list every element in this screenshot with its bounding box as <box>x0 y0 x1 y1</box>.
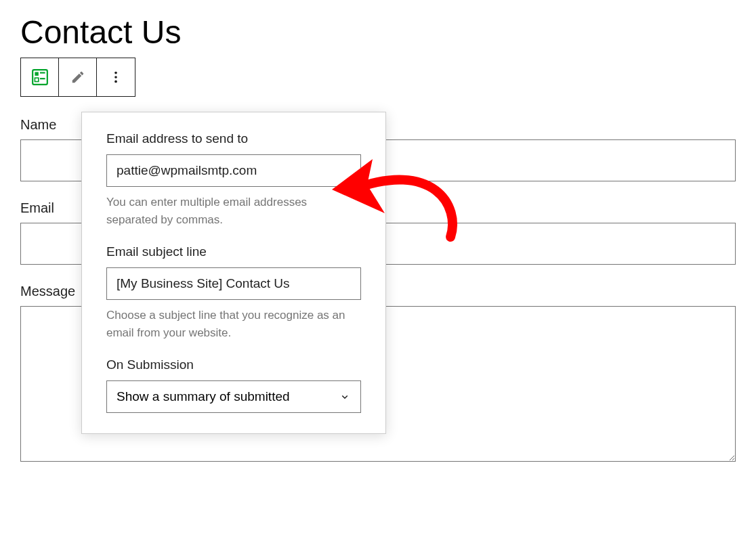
svg-rect-3 <box>35 78 38 81</box>
form-block-button[interactable] <box>21 58 59 96</box>
email-to-help: You can enter multiple email addresses s… <box>106 194 361 228</box>
submission-section: On Submission Show a summary of submitte… <box>106 357 361 413</box>
svg-rect-4 <box>40 78 45 79</box>
subject-help: Choose a subject line that you recognize… <box>106 307 361 341</box>
subject-input[interactable] <box>106 267 361 300</box>
submission-selected-text: Show a summary of submitted <box>117 389 290 404</box>
form-icon <box>31 68 49 86</box>
subject-section: Email subject line Choose a subject line… <box>106 244 361 341</box>
svg-rect-0 <box>33 70 47 85</box>
more-options-button[interactable] <box>97 58 135 96</box>
email-to-input[interactable] <box>106 154 361 187</box>
page-title: Contact Us <box>20 14 736 51</box>
block-toolbar <box>20 58 135 97</box>
chevron-down-icon <box>339 391 351 403</box>
form-settings-popover: Email address to send to You can enter m… <box>81 112 386 434</box>
submission-select[interactable]: Show a summary of submitted <box>106 380 361 413</box>
email-to-section: Email address to send to You can enter m… <box>106 131 361 228</box>
edit-button[interactable] <box>59 58 97 96</box>
more-vertical-icon <box>108 70 123 85</box>
svg-point-5 <box>114 72 117 74</box>
submission-label: On Submission <box>106 357 361 372</box>
email-to-label: Email address to send to <box>106 131 361 146</box>
svg-rect-1 <box>35 72 38 75</box>
svg-rect-2 <box>40 72 45 73</box>
subject-label: Email subject line <box>106 244 361 259</box>
svg-point-7 <box>114 81 117 83</box>
svg-point-6 <box>114 76 117 79</box>
pencil-icon <box>70 70 85 85</box>
